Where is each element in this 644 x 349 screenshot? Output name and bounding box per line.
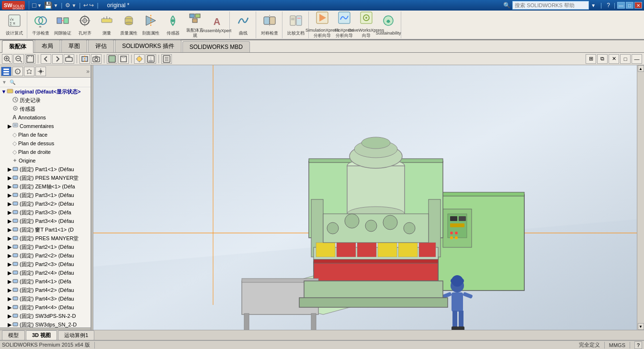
tree-item-history[interactable]: ▶ 历史记录 <box>0 96 90 105</box>
panel-tab-display[interactable] <box>35 67 46 76</box>
tree-item-zem-1[interactable]: ▶ (固定) ZEM轴<1> (Défa <box>0 182 90 191</box>
cascade-windows-btn[interactable]: ⧉ <box>597 54 608 64</box>
part4-3-expand[interactable]: ▶ <box>7 296 12 302</box>
driveXpress-btn[interactable]: DriveWorksXpress 向导 <box>356 13 377 37</box>
tree-item-part3-2[interactable]: ▶ (固定) Part3<2> (Défau <box>0 199 90 208</box>
tree-item-plan-face[interactable]: ▶ ◇ Plan de face <box>0 130 90 139</box>
panel-expand-btn[interactable]: » <box>86 68 90 75</box>
lights-btn[interactable] <box>134 54 145 64</box>
symmetry-btn[interactable]: 对称检查 <box>259 13 280 37</box>
panel-tab-tree[interactable] <box>1 67 11 76</box>
tab-sw-plugins[interactable]: SOLIDWORKS 插件 <box>115 40 181 52</box>
section-btn[interactable]: 剖面属性 <box>140 13 161 37</box>
search-input[interactable] <box>512 1 589 10</box>
tree-item-sw3dps-sn-2d[interactable]: ▶ (固定) SW3dPS-SN-2-D <box>0 312 90 320</box>
sw3dps-expand[interactable]: ▶ <box>7 313 12 319</box>
view-orientation-btn[interactable] <box>64 54 74 64</box>
zoom-fit-btn[interactable] <box>25 54 35 64</box>
tree-item-origine[interactable]: ▶ ✦ Origine <box>0 156 90 165</box>
tree-root[interactable]: ▼ original (Défaut<显示状态> <box>0 87 90 96</box>
next-view-btn[interactable] <box>52 54 63 64</box>
tree-item-part3-4[interactable]: ▶ (固定) Part3<4> (Défau <box>0 217 90 225</box>
tree-item-part2-2[interactable]: ▶ (固定) Part2<2> (Défau <box>0 251 90 260</box>
tree-item-part2-3[interactable]: ▶ (固定) Part2<3> (Défau <box>0 260 90 268</box>
tree-item-riet-part1[interactable]: ▶ (固定) 窶T Part1<1> (D <box>0 225 90 234</box>
minimize-btn[interactable]: — <box>617 2 625 9</box>
panel-tab-config[interactable] <box>24 67 34 76</box>
part1-1-expand[interactable]: ▶ <box>7 166 12 173</box>
part2-2-expand[interactable]: ▶ <box>7 253 12 259</box>
panel-tab-properties[interactable]: i <box>12 67 23 76</box>
view-camera-btn[interactable] <box>91 54 102 64</box>
pres-manyer-1-expand[interactable]: ▶ <box>7 175 12 181</box>
tree-item-annotations[interactable]: ▶ A Annotations <box>0 113 90 122</box>
tree-item-plan-dessus[interactable]: ▶ ◇ Plan de dessus <box>0 139 90 148</box>
tab-eval[interactable]: 评估 <box>88 40 114 52</box>
viewport[interactable] <box>93 65 637 330</box>
tree-item-part2-4[interactable]: ▶ (固定) Part2<4> (Défau <box>0 268 90 277</box>
riet-part1-expand[interactable]: ▶ <box>7 227 12 233</box>
right-scrollbar[interactable]: ▲ ▼ <box>637 65 644 330</box>
zoom-in-btn[interactable] <box>2 54 12 64</box>
search-dropdown[interactable]: ▼ <box>591 3 596 8</box>
section-view-btn[interactable] <box>79 54 90 64</box>
tab-sketch[interactable]: 草图 <box>61 40 87 52</box>
tree-item-pres-manyer-1[interactable]: ▶ (固定) PRES MANYER堂 <box>0 174 90 182</box>
redo-btn[interactable]: ↪ <box>89 2 94 9</box>
view-settings-btn[interactable] <box>161 54 172 64</box>
scroll-up-btn[interactable]: ▲ <box>638 65 644 72</box>
curve-btn[interactable]: 曲线 <box>233 13 254 37</box>
sustainability-btn[interactable]: Sustainability <box>378 13 399 37</box>
design-calc-btn[interactable]: √x ∑ π 设计算式 <box>4 13 25 37</box>
wireframe-btn[interactable] <box>118 54 129 64</box>
tree-item-part1-1[interactable]: ▶ (固定) Part1<1> (Défau <box>0 165 90 174</box>
tree-item-plan-droite[interactable]: ▶ ◇ Plan de droite <box>0 148 90 156</box>
options-btn[interactable]: ⚙ <box>65 2 70 9</box>
sw3dps-2-expand[interactable]: ▶ <box>7 322 12 328</box>
pres-manyer-2-expand[interactable]: ▶ <box>7 235 12 242</box>
close-window-btn[interactable]: ✕ <box>609 54 619 64</box>
assemblyxpert-btn[interactable]: A AssemblyXpert <box>206 13 227 37</box>
zem-1-expand[interactable]: ▶ <box>7 184 12 190</box>
part3-4-expand[interactable]: ▶ <box>7 218 12 224</box>
part2-1-expand[interactable]: ▶ <box>7 244 12 250</box>
prev-view-btn[interactable] <box>41 54 51 64</box>
new-btn[interactable]: □ <box>32 1 36 9</box>
tree-item-part3-1[interactable]: ▶ (固定) Part3<1> (Défau <box>0 191 90 199</box>
part4-2-expand[interactable]: ▶ <box>7 287 12 293</box>
tree-item-part4-1[interactable]: ▶ (固定) Part4<1> (Défa <box>0 277 90 286</box>
display-style-btn[interactable] <box>107 54 117 64</box>
hole-align-btn[interactable]: 孔对齐 <box>74 13 95 37</box>
tree-item-sw3dps-2[interactable]: ▶ (固定) SW3dps_SN_2-D <box>0 320 90 327</box>
tree-item-part4-3[interactable]: ▶ (固定) Part4<3> (Défau <box>0 294 90 303</box>
apply-scene-btn[interactable] <box>146 54 156 64</box>
sensor-btn[interactable]: 传感器 <box>162 13 183 37</box>
save-btn[interactable]: 💾 <box>44 1 52 9</box>
undo-btn[interactable]: ↩ <box>83 2 88 9</box>
tab-assembly[interactable]: 装配体 <box>2 40 34 53</box>
scroll-track[interactable] <box>637 72 644 323</box>
mass-props-btn[interactable]: 质量属性 <box>118 13 139 37</box>
part3-1-expand[interactable]: ▶ <box>7 192 12 198</box>
clearance-btn[interactable]: 间隙验证 <box>52 13 73 37</box>
help-btn[interactable]: ? <box>634 341 642 349</box>
tree-item-part4-4[interactable]: ▶ (固定) Part4<4> (Défau <box>0 303 90 312</box>
options-dropdown[interactable]: ▼ <box>71 3 76 8</box>
save-dropdown[interactable]: ▼ <box>53 3 58 8</box>
compare-btn[interactable]: 比较文档 <box>285 13 306 37</box>
root-expand[interactable]: ▼ <box>1 89 7 94</box>
part2-3-expand[interactable]: ▶ <box>7 261 12 268</box>
bottom-tab-motion[interactable]: 运动算例1 <box>58 330 94 340</box>
tab-sw-mbd[interactable]: SOLIDWORKS MBD <box>182 41 250 52</box>
window-max-btn[interactable]: □ <box>620 54 631 64</box>
tree-item-pres-manyer-2[interactable]: ▶ (固定) PRES MANYER堂 <box>0 234 90 243</box>
bottom-tab-3d[interactable]: 3D 视图 <box>26 330 57 340</box>
maximize-btn[interactable]: □ <box>626 2 633 9</box>
tree-item-part4-2[interactable]: ▶ (固定) Part4<2> (Défau <box>0 286 90 294</box>
horizontal-splitter[interactable] <box>0 327 90 330</box>
part3-3-expand[interactable]: ▶ <box>7 209 12 216</box>
tile-windows-btn[interactable]: ⊞ <box>586 54 596 64</box>
interference-btn[interactable]: ⊕ 干涉检查 <box>30 13 51 37</box>
part4-4-expand[interactable]: ▶ <box>7 304 12 311</box>
part2-4-expand[interactable]: ▶ <box>7 270 12 276</box>
